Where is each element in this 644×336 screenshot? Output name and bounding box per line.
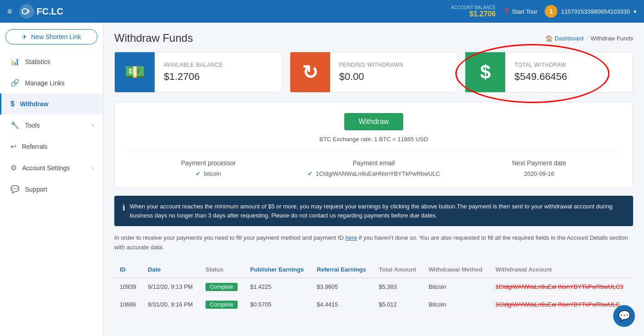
col-referral-earnings: Referral Earnings — [312, 262, 374, 278]
status-badge: Complete — [205, 301, 238, 309]
main-layout: ✈ New Shorten Link 📊 Statistics 🔗 Manage… — [0, 23, 644, 336]
breadcrumb-current: Withdraw Funds — [590, 35, 633, 42]
check-icon-email: ✔ — [307, 170, 312, 177]
here-link[interactable]: here — [345, 234, 357, 241]
total-withdraw-icon-box: $ — [465, 52, 505, 92]
table-row: 10939 9/12/20, 9:13 PM Complete $1.4225 … — [114, 278, 633, 296]
manage-links-icon: 🔗 — [10, 79, 20, 87]
withdraw-table: ID Date Status Publisher Earnings Referr… — [114, 262, 633, 314]
table-header: ID Date Status Publisher Earnings Referr… — [114, 262, 633, 278]
pending-withdrawn-value: $0.00 — [339, 71, 404, 83]
sidebar-item-withdraw[interactable]: $ Withdraw — [0, 94, 103, 114]
cell-id: 10939 — [114, 278, 142, 296]
account-settings-icon: ⚙ — [10, 163, 17, 172]
pending-arrow-icon: ↻ — [302, 61, 318, 84]
plane-icon: ✈ — [22, 33, 27, 40]
stat-card-available-balance: 💵 AVAILABLE BALANCE $1.2706 — [114, 52, 283, 93]
dollar-sign-icon: $ — [480, 61, 491, 83]
top-navigation: ≡ FC.LC ACCOUNT BALANCE $1.2706 ❓ Start … — [0, 0, 644, 23]
col-withdrawal-method: Withdrawal Method — [423, 262, 490, 278]
sidebar-label-manage-links: Manage Links — [25, 79, 64, 87]
new-shorten-button[interactable]: ✈ New Shorten Link — [5, 29, 98, 44]
payment-note: In order to receive your payments you ne… — [114, 233, 633, 252]
hamburger-button[interactable]: ≡ — [7, 7, 12, 16]
total-withdraw-label: TOTAL WITHDRAW — [514, 62, 567, 68]
cell-publisher-earnings: $1.4225 — [244, 278, 311, 296]
info-box: ℹ When your account reaches the minimum … — [114, 196, 633, 226]
tools-arrow-icon: ‹ — [92, 122, 94, 128]
withdraw-button[interactable]: Withdraw — [344, 113, 404, 130]
balance-value: $1.2706 — [451, 10, 496, 18]
cell-total-amount: $5.012 — [373, 296, 423, 313]
withdraw-section: Withdraw BTC Exchange rate: 1 BTC = 1186… — [114, 102, 633, 188]
payment-email-label: Payment email — [291, 159, 457, 167]
user-menu[interactable]: 1 115791533980654103330 ▾ — [545, 5, 637, 18]
pending-withdrawn-info: PENDING WITHDRAWN $0.00 — [330, 54, 413, 90]
available-balance-icon-box: 💵 — [115, 52, 155, 92]
info-text: When your account reaches the minimum am… — [130, 202, 625, 220]
breadcrumb-separator: / — [586, 35, 588, 42]
logo-text: FC.LC — [37, 6, 63, 17]
cell-status: Complete — [200, 278, 244, 296]
btc-rate: BTC Exchange rate: 1 BTC = 11865 USD — [126, 136, 622, 143]
available-balance-value: $1.2706 — [164, 71, 223, 83]
col-publisher-earnings: Publisher Earnings — [244, 262, 311, 278]
account-strikethrough: 1CtdgiWANWaLn9uEaHNsnYBYTkPwRbwULC3 — [496, 283, 624, 290]
cell-date: 8/31/20, 9:16 PM — [142, 296, 200, 313]
withdraw-button-row: Withdraw — [126, 113, 622, 130]
chat-icon: 💬 — [618, 310, 630, 322]
user-avatar: 1 — [545, 5, 557, 18]
logo-icon — [20, 4, 34, 19]
tools-icon: 🔧 — [10, 121, 20, 129]
start-tour-button[interactable]: ❓ Start Tour — [503, 8, 537, 15]
sidebar-label-support: Support — [25, 186, 47, 193]
page-title: Withdraw Funds — [114, 32, 193, 44]
payment-email-value: ✔ 1CtdgiWANWaLn9uEaHNsnYBYTkPwRbwULC — [291, 170, 457, 177]
breadcrumb: 🏠 Dashboard / Withdraw Funds — [546, 35, 633, 42]
stats-row: 💵 AVAILABLE BALANCE $1.2706 ↻ PENDING WI… — [114, 52, 633, 93]
sidebar-label-tools: Tools — [25, 122, 40, 129]
sidebar-label-account-settings: Account Settings — [22, 164, 70, 172]
payment-processor-value: ✔ bitcoin — [126, 170, 291, 177]
table-row: 10686 8/31/20, 9:16 PM Complete $0.5705 … — [114, 296, 633, 313]
check-icon-processor: ✔ — [195, 170, 200, 177]
cell-referral-earnings: $3.9605 — [312, 278, 374, 296]
sidebar-nav: 📊 Statistics 🔗 Manage Links $ Withdraw 🔧 — [0, 51, 103, 200]
question-icon: ❓ — [503, 8, 510, 15]
total-withdraw-value: $549.66456 — [514, 71, 567, 83]
payment-email-col: Payment email ✔ 1CtdgiWANWaLn9uEaHNsnYBY… — [291, 159, 457, 177]
next-payment-col: Next Payment date 2020-09-16 — [456, 159, 622, 177]
sidebar-item-support[interactable]: 💬 Support — [0, 178, 103, 200]
svg-point-0 — [22, 9, 28, 14]
statistics-icon: 📊 — [10, 57, 20, 66]
cell-total-amount: $5.383 — [373, 278, 423, 296]
sidebar-label-statistics: Statistics — [25, 58, 50, 65]
next-payment-value: 2020-09-16 — [456, 170, 622, 177]
main-content: Withdraw Funds 🏠 Dashboard / Withdraw Fu… — [103, 23, 644, 336]
sidebar: ✈ New Shorten Link 📊 Statistics 🔗 Manage… — [0, 23, 103, 336]
table-container: ID Date Status Publisher Earnings Referr… — [114, 262, 633, 314]
balance-label: ACCOUNT BALANCE — [451, 5, 496, 10]
stat-card-total-withdraw: $ TOTAL WITHDRAW $549.66456 — [465, 52, 633, 93]
nav-left: ≡ FC.LC — [7, 4, 63, 19]
col-id: ID — [114, 262, 142, 278]
available-balance-info: AVAILABLE BALANCE $1.2706 — [155, 54, 232, 90]
sidebar-item-tools[interactable]: 🔧 Tools ‹ — [0, 114, 103, 136]
cell-withdrawal-method: Bitcoin — [423, 278, 490, 296]
cell-date: 9/12/20, 9:13 PM — [142, 278, 200, 296]
cell-id: 10686 — [114, 296, 142, 313]
payment-processor-col: Payment processor ✔ bitcoin — [126, 159, 291, 177]
sidebar-item-account-settings[interactable]: ⚙ Account Settings ‹ — [0, 157, 103, 178]
sidebar-item-manage-links[interactable]: 🔗 Manage Links — [0, 72, 103, 94]
cell-publisher-earnings: $0.5705 — [244, 296, 311, 313]
breadcrumb-row: Withdraw Funds 🏠 Dashboard / Withdraw Fu… — [114, 32, 633, 44]
stat-card-pending-withdrawn: ↻ PENDING WITHDRAWN $0.00 — [290, 52, 458, 93]
table-body: 10939 9/12/20, 9:13 PM Complete $1.4225 … — [114, 278, 633, 314]
sidebar-item-statistics[interactable]: 📊 Statistics — [0, 51, 103, 72]
sidebar-label-withdraw: Withdraw — [20, 100, 49, 108]
sidebar-item-referrals[interactable]: ↩ Referrals — [0, 136, 103, 157]
breadcrumb-home-link[interactable]: 🏠 Dashboard — [546, 35, 583, 42]
col-total-amount: Total Amount — [373, 262, 423, 278]
chat-button[interactable]: 💬 — [613, 305, 635, 327]
total-withdraw-info: TOTAL WITHDRAW $549.66456 — [505, 54, 576, 90]
